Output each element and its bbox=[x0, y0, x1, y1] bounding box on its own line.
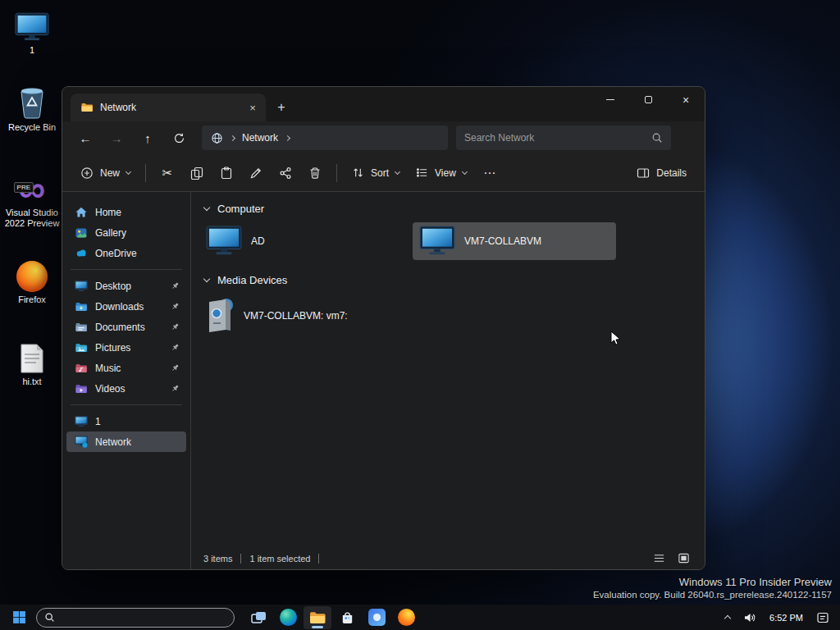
explorer-window: Network × + × ← → ↑ Network bbox=[62, 86, 705, 570]
ellipsis-icon: ⋯ bbox=[483, 166, 495, 180]
copy-icon bbox=[190, 167, 203, 180]
tab-close-button[interactable]: × bbox=[244, 99, 261, 116]
folder-icon bbox=[80, 101, 94, 114]
trash-icon bbox=[308, 167, 322, 180]
network-globe-icon bbox=[211, 132, 223, 144]
sidebar-item-network[interactable]: Network bbox=[66, 431, 186, 452]
pin-icon bbox=[171, 363, 180, 372]
file-explorer-button[interactable] bbox=[304, 606, 331, 629]
sidebar-item-downloads[interactable]: Downloads bbox=[66, 296, 186, 317]
text-file-icon bbox=[20, 340, 44, 374]
sidebar-item-documents[interactable]: Documents bbox=[66, 317, 186, 337]
items-count: 3 items bbox=[203, 554, 232, 564]
network-icon bbox=[75, 436, 88, 448]
sort-button[interactable]: Sort bbox=[344, 160, 408, 186]
tab-strip: Network × + × bbox=[62, 87, 705, 121]
volume-button[interactable] bbox=[737, 607, 762, 628]
pin-icon bbox=[171, 281, 180, 290]
close-button[interactable]: × bbox=[667, 87, 705, 112]
running-indicator bbox=[312, 626, 323, 628]
copy-button[interactable] bbox=[182, 160, 212, 186]
breadcrumb-chevron-icon bbox=[230, 135, 235, 140]
group-header-computer[interactable]: Computer bbox=[191, 192, 705, 221]
sidebar-item-pictures[interactable]: Pictures bbox=[66, 337, 186, 358]
more-options-button[interactable]: ⋯ bbox=[475, 160, 504, 186]
preview-badge: PRE bbox=[14, 182, 34, 193]
new-button[interactable]: New bbox=[72, 160, 139, 186]
group-header-media-devices[interactable]: Media Devices bbox=[191, 263, 705, 292]
sidebar-item-music[interactable]: Music bbox=[66, 358, 186, 378]
store-icon bbox=[339, 609, 356, 626]
microsoft-store-button[interactable] bbox=[333, 606, 361, 629]
start-button[interactable] bbox=[5, 606, 33, 629]
breadcrumb-network[interactable]: Network bbox=[242, 132, 278, 144]
sidebar-item-onedrive[interactable]: OneDrive bbox=[66, 243, 186, 263]
desktop-icon-firefox[interactable]: Firefox bbox=[2, 258, 62, 305]
rename-button[interactable] bbox=[241, 160, 271, 186]
recycle-bin-icon bbox=[17, 85, 47, 120]
hidden-icons-button[interactable] bbox=[719, 607, 736, 628]
minimize-button[interactable] bbox=[591, 87, 629, 112]
back-button[interactable]: ← bbox=[71, 125, 100, 151]
cut-button[interactable]: ✂ bbox=[153, 160, 182, 186]
taskbar-apps bbox=[244, 606, 420, 629]
pin-icon bbox=[171, 343, 180, 352]
tab-network[interactable]: Network × bbox=[71, 94, 266, 121]
refresh-button[interactable] bbox=[164, 125, 194, 151]
view-button[interactable]: View bbox=[408, 160, 475, 186]
collapse-chevron-icon bbox=[203, 204, 210, 211]
sidebar-item-desktop[interactable]: Desktop bbox=[66, 276, 186, 296]
up-button[interactable]: ↑ bbox=[133, 125, 162, 151]
notification-icon bbox=[816, 611, 829, 624]
share-button[interactable] bbox=[271, 160, 300, 186]
task-view-button[interactable] bbox=[244, 606, 272, 629]
large-icons-view-toggle[interactable] bbox=[674, 550, 692, 567]
media-device-item-vm7[interactable]: VM7-COLLABVM: vm7: bbox=[199, 292, 409, 340]
tab-title: Network bbox=[100, 102, 238, 113]
details-pane-button[interactable]: Details bbox=[628, 160, 695, 186]
home-icon bbox=[75, 206, 88, 219]
new-tab-button[interactable]: + bbox=[269, 96, 294, 119]
sidebar-item-gallery[interactable]: Gallery bbox=[66, 222, 186, 243]
notification-center-button[interactable] bbox=[810, 607, 835, 628]
minimize-icon bbox=[606, 99, 614, 100]
search-icon bbox=[651, 132, 663, 144]
desktop-icon-visual-studio[interactable]: ∞ PRE Visual Studio 2022 Preview bbox=[2, 171, 62, 229]
desktop-icon-label: Visual Studio 2022 Preview bbox=[2, 208, 62, 229]
item-label: AD bbox=[251, 235, 265, 247]
firefox-button[interactable] bbox=[392, 606, 420, 629]
address-bar[interactable]: Network bbox=[202, 126, 448, 150]
computer-item-ad[interactable]: AD bbox=[199, 222, 403, 260]
sidebar-item-videos[interactable]: Videos bbox=[66, 378, 186, 399]
speaker-icon bbox=[743, 611, 756, 624]
chevron-up-icon bbox=[724, 615, 731, 622]
item-label: VM7-COLLABVM: vm7: bbox=[244, 310, 348, 322]
paste-button[interactable] bbox=[212, 160, 241, 186]
computer-item-vm7-collabvm[interactable]: VM7-COLLABVM bbox=[413, 222, 616, 260]
desktop-icon-recycle-bin[interactable]: Recycle Bin bbox=[2, 85, 62, 133]
taskbar-search[interactable] bbox=[36, 608, 235, 628]
toolbar-divider bbox=[336, 164, 337, 182]
file-explorer-icon bbox=[308, 609, 326, 627]
desktop-icon-vm-1[interactable]: 1 bbox=[2, 8, 62, 56]
desktop-folder-icon bbox=[75, 281, 88, 292]
search-input[interactable] bbox=[464, 132, 645, 144]
sidebar-separator bbox=[71, 404, 182, 405]
delete-button[interactable] bbox=[300, 160, 330, 186]
videos-folder-icon bbox=[75, 382, 88, 395]
taskbar-app-button[interactable] bbox=[363, 606, 390, 629]
details-view-toggle[interactable] bbox=[650, 550, 668, 567]
search-icon bbox=[44, 612, 55, 623]
edge-browser-button[interactable] bbox=[274, 606, 302, 629]
taskbar-clock[interactable]: 6:52 PM bbox=[764, 607, 809, 628]
toolbar-divider bbox=[145, 164, 146, 182]
sidebar-item-home[interactable]: Home bbox=[66, 202, 186, 222]
forward-button[interactable]: → bbox=[102, 125, 131, 151]
taskbar: 6:52 PM bbox=[0, 605, 840, 630]
sidebar-item-this-pc[interactable]: 1 bbox=[66, 411, 186, 431]
pin-icon bbox=[171, 302, 180, 311]
details-pane-icon bbox=[637, 167, 650, 180]
desktop-icon-hi-txt[interactable]: hi.txt bbox=[2, 340, 62, 387]
search-box[interactable] bbox=[456, 126, 671, 150]
maximize-button[interactable] bbox=[629, 87, 667, 112]
